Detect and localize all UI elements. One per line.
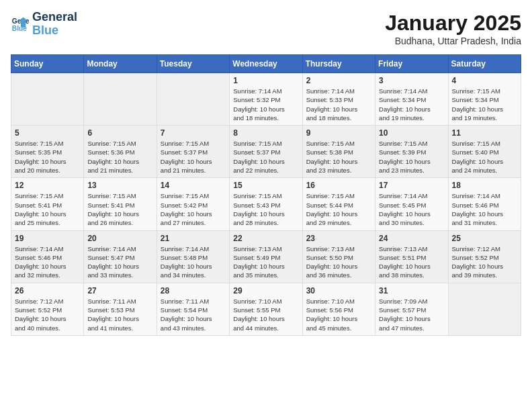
calendar-cell: 15Sunrise: 7:15 AMSunset: 5:43 PMDayligh… [230,178,302,230]
logo: General Blue General Blue [11,11,77,38]
calendar-cell [448,283,521,335]
day-info: Sunrise: 7:11 AMSunset: 5:54 PMDaylight:… [161,297,226,332]
day-info: Sunrise: 7:15 AMSunset: 5:44 PMDaylight:… [306,191,371,227]
day-info: Sunrise: 7:13 AMSunset: 5:51 PMDaylight:… [379,244,444,280]
day-number: 14 [161,181,226,190]
weekday-header: Monday [84,55,157,73]
calendar-cell: 9Sunrise: 7:15 AMSunset: 5:38 PMDaylight… [302,126,375,178]
day-number: 12 [15,181,80,190]
day-info: Sunrise: 7:15 AMSunset: 5:41 PMDaylight:… [87,191,152,227]
calendar-cell: 28Sunrise: 7:11 AMSunset: 5:54 PMDayligh… [157,283,229,335]
day-number: 30 [306,286,371,295]
day-number: 3 [379,76,444,85]
day-number: 1 [233,76,298,85]
calendar-cell: 25Sunrise: 7:12 AMSunset: 5:52 PMDayligh… [448,230,521,283]
weekday-header: Saturday [448,55,521,73]
day-number: 31 [379,286,444,295]
day-info: Sunrise: 7:14 AMSunset: 5:45 PMDaylight:… [379,191,444,227]
calendar-cell [157,73,229,126]
day-info: Sunrise: 7:14 AMSunset: 5:47 PMDaylight:… [87,244,152,280]
day-info: Sunrise: 7:15 AMSunset: 5:36 PMDaylight:… [87,139,152,175]
calendar-cell: 16Sunrise: 7:15 AMSunset: 5:44 PMDayligh… [302,178,375,230]
day-number: 9 [306,128,371,138]
day-info: Sunrise: 7:14 AMSunset: 5:46 PMDaylight:… [15,244,80,280]
calendar-cell: 3Sunrise: 7:14 AMSunset: 5:34 PMDaylight… [375,73,448,126]
day-number: 17 [379,181,444,190]
day-info: Sunrise: 7:15 AMSunset: 5:40 PMDaylight:… [452,139,517,175]
day-number: 21 [161,234,226,243]
day-number: 22 [233,234,298,243]
calendar-week-row: 5Sunrise: 7:15 AMSunset: 5:35 PMDaylight… [11,126,521,178]
day-number: 13 [87,181,152,190]
calendar-table: SundayMondayTuesdayWednesdayThursdayFrid… [11,54,521,336]
logo-icon: General Blue [11,15,30,34]
day-number: 25 [452,234,517,243]
calendar-cell: 17Sunrise: 7:14 AMSunset: 5:45 PMDayligh… [375,178,448,230]
day-number: 16 [306,181,371,190]
day-number: 15 [233,181,298,190]
day-info: Sunrise: 7:15 AMSunset: 5:35 PMDaylight:… [15,139,80,175]
calendar-cell: 21Sunrise: 7:14 AMSunset: 5:48 PMDayligh… [157,230,229,283]
day-info: Sunrise: 7:14 AMSunset: 5:34 PMDaylight:… [379,87,444,122]
calendar-cell: 2Sunrise: 7:14 AMSunset: 5:33 PMDaylight… [302,73,375,126]
day-info: Sunrise: 7:09 AMSunset: 5:57 PMDaylight:… [379,297,444,332]
calendar-cell: 7Sunrise: 7:15 AMSunset: 5:37 PMDaylight… [157,126,229,178]
day-number: 6 [87,128,152,138]
location-subtitle: Budhana, Uttar Pradesh, India [385,36,521,46]
day-number: 23 [306,234,371,243]
day-number: 4 [452,76,517,85]
day-info: Sunrise: 7:13 AMSunset: 5:50 PMDaylight:… [306,244,371,280]
day-number: 5 [15,128,80,138]
calendar-cell: 31Sunrise: 7:09 AMSunset: 5:57 PMDayligh… [375,283,448,335]
calendar-cell: 22Sunrise: 7:13 AMSunset: 5:49 PMDayligh… [230,230,302,283]
weekday-header: Thursday [302,55,375,73]
day-number: 19 [15,234,80,243]
day-info: Sunrise: 7:15 AMSunset: 5:37 PMDaylight:… [161,139,226,175]
day-info: Sunrise: 7:15 AMSunset: 5:34 PMDaylight:… [452,87,517,122]
calendar-cell: 13Sunrise: 7:15 AMSunset: 5:41 PMDayligh… [84,178,157,230]
day-number: 26 [15,286,80,295]
calendar-cell [11,73,84,126]
calendar-cell [84,73,157,126]
weekday-header-row: SundayMondayTuesdayWednesdayThursdayFrid… [11,55,521,73]
day-number: 2 [306,76,371,85]
weekday-header: Sunday [11,55,84,73]
day-info: Sunrise: 7:14 AMSunset: 5:48 PMDaylight:… [161,244,226,280]
calendar-cell: 6Sunrise: 7:15 AMSunset: 5:36 PMDaylight… [84,126,157,178]
day-info: Sunrise: 7:14 AMSunset: 5:46 PMDaylight:… [452,191,517,227]
day-info: Sunrise: 7:11 AMSunset: 5:53 PMDaylight:… [87,297,152,332]
day-number: 8 [233,128,298,138]
day-info: Sunrise: 7:15 AMSunset: 5:43 PMDaylight:… [233,191,298,227]
calendar-cell: 8Sunrise: 7:15 AMSunset: 5:37 PMDaylight… [230,126,302,178]
calendar-week-row: 26Sunrise: 7:12 AMSunset: 5:52 PMDayligh… [11,283,521,335]
day-number: 10 [379,128,444,138]
day-number: 24 [379,234,444,243]
calendar-cell: 12Sunrise: 7:15 AMSunset: 5:41 PMDayligh… [11,178,84,230]
logo-text: General Blue [32,11,77,38]
day-number: 11 [452,128,517,138]
day-info: Sunrise: 7:10 AMSunset: 5:55 PMDaylight:… [233,297,298,332]
calendar-cell: 1Sunrise: 7:14 AMSunset: 5:32 PMDaylight… [230,73,302,126]
calendar-cell: 10Sunrise: 7:15 AMSunset: 5:39 PMDayligh… [375,126,448,178]
calendar-cell: 26Sunrise: 7:12 AMSunset: 5:52 PMDayligh… [11,283,84,335]
calendar-cell: 4Sunrise: 7:15 AMSunset: 5:34 PMDaylight… [448,73,521,126]
day-info: Sunrise: 7:15 AMSunset: 5:39 PMDaylight:… [379,139,444,175]
title-block: January 2025 Budhana, Uttar Pradesh, Ind… [385,11,521,46]
day-number: 29 [233,286,298,295]
day-number: 27 [87,286,152,295]
day-info: Sunrise: 7:13 AMSunset: 5:49 PMDaylight:… [233,244,298,280]
calendar-week-row: 1Sunrise: 7:14 AMSunset: 5:32 PMDaylight… [11,73,521,126]
day-info: Sunrise: 7:14 AMSunset: 5:33 PMDaylight:… [306,87,371,122]
calendar-cell: 20Sunrise: 7:14 AMSunset: 5:47 PMDayligh… [84,230,157,283]
day-info: Sunrise: 7:10 AMSunset: 5:56 PMDaylight:… [306,297,371,332]
calendar-week-row: 12Sunrise: 7:15 AMSunset: 5:41 PMDayligh… [11,178,521,230]
calendar-week-row: 19Sunrise: 7:14 AMSunset: 5:46 PMDayligh… [11,230,521,283]
calendar-cell: 18Sunrise: 7:14 AMSunset: 5:46 PMDayligh… [448,178,521,230]
day-info: Sunrise: 7:15 AMSunset: 5:42 PMDaylight:… [161,191,226,227]
calendar-cell: 29Sunrise: 7:10 AMSunset: 5:55 PMDayligh… [230,283,302,335]
calendar-cell: 24Sunrise: 7:13 AMSunset: 5:51 PMDayligh… [375,230,448,283]
day-info: Sunrise: 7:14 AMSunset: 5:32 PMDaylight:… [233,87,298,122]
calendar-cell: 23Sunrise: 7:13 AMSunset: 5:50 PMDayligh… [302,230,375,283]
page-header: General Blue General Blue January 2025 B… [11,11,521,46]
month-title: January 2025 [385,11,521,36]
